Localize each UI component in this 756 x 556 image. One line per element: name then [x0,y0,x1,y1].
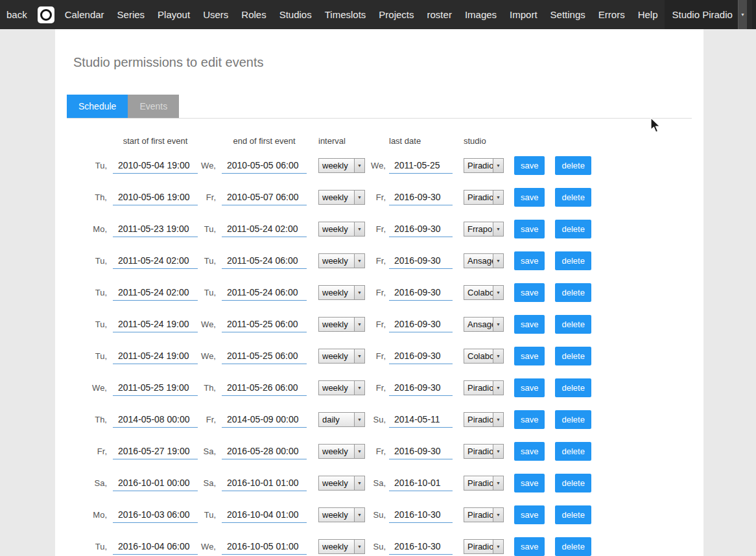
last-date-input[interactable] [389,285,453,301]
interval-select[interactable]: weekly ▼ [318,253,365,268]
save-button[interactable]: save [514,251,545,270]
last-date-input[interactable] [389,317,453,332]
studio-select[interactable]: Piradio ▼ [464,539,504,554]
last-date-input[interactable] [389,158,453,174]
studio-select[interactable]: Piradio ▼ [464,190,504,205]
end-input[interactable] [222,253,307,269]
delete-button[interactable]: delete [555,474,591,492]
delete-button[interactable]: delete [555,283,591,302]
end-input[interactable] [222,349,307,364]
save-button[interactable]: save [514,188,545,207]
delete-button[interactable]: delete [555,347,591,365]
save-button[interactable]: save [514,315,545,334]
delete-button[interactable]: delete [555,378,591,397]
nav-item-import[interactable]: Import [503,0,544,29]
delete-button[interactable]: delete [555,505,591,524]
end-input[interactable] [222,507,307,523]
nav-item-users[interactable]: Users [196,0,235,29]
interval-select[interactable]: weekly ▼ [318,190,365,205]
save-button[interactable]: save [514,220,545,238]
tab-schedule[interactable]: Schedule [67,95,128,118]
save-button[interactable]: save [514,442,545,461]
save-button[interactable]: save [514,283,545,302]
start-input[interactable] [113,412,198,428]
last-date-input[interactable] [389,190,453,205]
end-input[interactable] [222,222,307,237]
nav-item-roles[interactable]: Roles [235,0,272,29]
delete-button[interactable]: delete [555,251,591,270]
end-input[interactable] [222,317,307,332]
delete-button[interactable]: delete [555,220,591,238]
delete-button[interactable]: delete [555,188,591,207]
nav-item-studios[interactable]: Studios [273,0,318,29]
interval-select[interactable]: weekly ▼ [318,158,365,173]
studio-selector[interactable]: Studio Piradio ▼ [665,0,747,29]
studio-select[interactable]: Piradio ▼ [464,158,504,173]
interval-select[interactable]: weekly ▼ [318,539,365,554]
start-input[interactable] [113,507,198,523]
end-input[interactable] [222,412,307,428]
start-input[interactable] [113,317,198,332]
end-input[interactable] [222,380,307,396]
interval-select[interactable]: weekly ▼ [318,444,365,459]
nav-item-errors[interactable]: Errors [592,0,632,29]
start-input[interactable] [113,476,198,491]
last-date-input[interactable] [389,349,453,364]
end-input[interactable] [222,444,307,459]
start-input[interactable] [113,285,198,301]
last-date-input[interactable] [389,476,453,491]
nav-item-timeslots[interactable]: Timeslots [318,0,373,29]
end-input[interactable] [222,285,307,301]
save-button[interactable]: save [514,347,545,365]
interval-select[interactable]: weekly ▼ [318,285,365,300]
start-input[interactable] [113,222,198,237]
interval-select[interactable]: weekly ▼ [318,349,365,364]
studio-select[interactable]: Colabo ▼ [464,285,504,300]
studio-select[interactable]: Piradio ▼ [464,507,504,522]
end-input[interactable] [222,190,307,205]
save-button[interactable]: save [514,410,545,429]
save-button[interactable]: save [514,378,545,397]
interval-select[interactable]: weekly ▼ [318,476,365,491]
tab-events[interactable]: Events [128,95,179,118]
interval-select[interactable]: weekly ▼ [318,507,365,522]
end-input[interactable] [222,539,307,555]
start-input[interactable] [113,539,198,555]
studio-select[interactable]: Ansage ▼ [464,317,504,332]
chevron-down-icon[interactable]: ▼ [738,0,747,29]
start-input[interactable] [113,380,198,396]
start-input[interactable] [113,158,198,174]
interval-select[interactable]: weekly ▼ [318,222,365,237]
nav-item-playout[interactable]: Playout [151,0,196,29]
studio-select[interactable]: Ansage ▼ [464,253,504,268]
end-input[interactable] [222,158,307,174]
studio-select[interactable]: Piradio ▼ [464,412,504,427]
delete-button[interactable]: delete [555,315,591,334]
last-date-input[interactable] [389,539,453,555]
end-input[interactable] [222,476,307,491]
studio-select[interactable]: Piradio ▼ [464,380,504,395]
nav-item-roster[interactable]: roster [421,0,458,29]
project-selector[interactable]: Project 88vier ▼ [752,0,756,29]
start-input[interactable] [113,349,198,364]
delete-button[interactable]: delete [555,156,591,175]
nav-item-calendar[interactable]: Calendar [58,0,111,29]
delete-button[interactable]: delete [555,537,591,556]
interval-select[interactable]: weekly ▼ [318,317,365,332]
back-link[interactable]: back [0,0,34,29]
start-input[interactable] [113,190,198,205]
interval-select[interactable]: weekly ▼ [318,380,365,395]
last-date-input[interactable] [389,222,453,237]
start-input[interactable] [113,253,198,269]
studio-select[interactable]: Frrapo ▼ [464,222,504,237]
delete-button[interactable]: delete [555,442,591,461]
last-date-input[interactable] [389,253,453,269]
studio-select[interactable]: Piradio ▼ [464,444,504,459]
interval-select[interactable]: daily ▼ [318,412,365,427]
studio-select[interactable]: Piradio ▼ [464,476,504,491]
save-button[interactable]: save [514,474,545,492]
studio-select[interactable]: Colabo ▼ [464,349,504,364]
last-date-input[interactable] [389,444,453,459]
last-date-input[interactable] [389,412,453,428]
nav-item-images[interactable]: Images [458,0,503,29]
